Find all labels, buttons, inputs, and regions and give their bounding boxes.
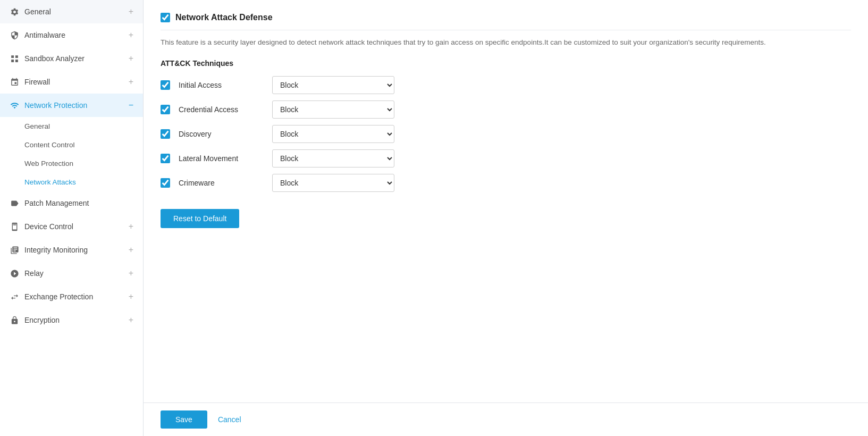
sidebar-item-patch-management[interactable]: Patch Management [0,191,143,215]
sidebar-item-antimalware[interactable]: Antimalware + [0,23,143,47]
sidebar-item-device-label: Device Control [24,222,73,231]
sidebar-item-exchange[interactable]: Exchange Protection + [0,285,143,308]
technique-action-select-lateral-movement[interactable]: BlockDetect OnlyDisabled [272,149,394,167]
sidebar-item-network-protection[interactable]: Network Protection − [0,94,143,117]
sidebar-subitem-general[interactable]: General [0,117,143,136]
sidebar-item-sandbox[interactable]: Sandbox Analyzer + [0,47,143,70]
sidebar: General + Antimalware + Sandbox Analyzer… [0,0,144,436]
technique-checkbox-lateral-movement[interactable] [161,154,170,163]
expand-icon: + [129,30,133,40]
gear-icon [10,7,19,16]
device-icon [10,222,19,231]
technique-action-select-discovery[interactable]: BlockDetect OnlyDisabled [272,125,394,143]
firewall-icon [10,77,19,87]
sidebar-item-general-label: General [24,7,51,16]
feature-title: Network Attack Defense [175,13,273,22]
technique-row: DiscoveryBlockDetect OnlyDisabled [161,125,851,143]
save-button[interactable]: Save [161,410,207,429]
sidebar-item-firewall[interactable]: Firewall + [0,70,143,94]
feature-description: This feature is a security layer designe… [161,37,851,48]
sidebar-item-relay-label: Relay [24,269,44,278]
technique-label-discovery: Discovery [179,130,264,138]
technique-checkbox-discovery[interactable] [161,129,170,139]
sidebar-subitem-network-attacks[interactable]: Network Attacks [0,173,143,191]
expand-icon: + [129,292,133,301]
main-content: Network Attack Defense This feature is a… [144,0,868,436]
exchange-icon [10,292,19,301]
relay-icon [10,269,19,278]
technique-label-initial-access: Initial Access [179,81,264,89]
technique-action-select-crimeware[interactable]: BlockDetect OnlyDisabled [272,174,394,192]
sidebar-item-integrity[interactable]: Integrity Monitoring + [0,238,143,262]
technique-action-select-credential-access[interactable]: BlockDetect OnlyDisabled [272,100,394,119]
technique-checkbox-credential-access[interactable] [161,105,170,114]
sidebar-item-encryption-label: Encryption [24,316,60,324]
integrity-icon [10,245,19,255]
sidebar-item-encryption[interactable]: Encryption + [0,308,143,332]
technique-checkbox-initial-access[interactable] [161,80,170,90]
technique-action-select-initial-access[interactable]: BlockDetect OnlyDisabled [272,76,394,94]
techniques-list: Initial AccessBlockDetect OnlyDisabledCr… [161,76,851,192]
expand-icon: + [129,77,133,87]
technique-label-crimeware: Crimeware [179,179,264,187]
reset-to-default-button[interactable]: Reset to Default [161,209,239,228]
footer: Save Cancel [144,403,868,436]
patch-icon [10,198,19,208]
technique-row: Lateral MovementBlockDetect OnlyDisabled [161,149,851,167]
sidebar-subitem-web-protection[interactable]: Web Protection [0,154,143,173]
shield-icon [10,30,19,40]
expand-icon: + [129,245,133,255]
sidebar-item-antimalware-label: Antimalware [24,31,65,39]
feature-enable-checkbox[interactable] [161,13,170,22]
feature-header: Network Attack Defense [161,13,851,30]
sidebar-item-relay[interactable]: Relay + [0,262,143,285]
sidebar-item-integrity-label: Integrity Monitoring [24,246,88,254]
technique-row: Credential AccessBlockDetect OnlyDisable… [161,100,851,119]
technique-label-lateral-movement: Lateral Movement [179,154,264,163]
technique-row: Initial AccessBlockDetect OnlyDisabled [161,76,851,94]
technique-label-credential-access: Credential Access [179,105,264,114]
cancel-button[interactable]: Cancel [218,415,241,424]
sidebar-item-patch-label: Patch Management [24,199,89,207]
sidebar-subitem-content-control[interactable]: Content Control [0,136,143,154]
collapse-icon: − [129,100,133,110]
sidebar-item-device-control[interactable]: Device Control + [0,215,143,238]
network-icon [10,100,19,110]
sidebar-item-network-protection-label: Network Protection [24,101,87,110]
encryption-icon [10,315,19,325]
sidebar-item-firewall-label: Firewall [24,78,50,86]
sidebar-item-general[interactable]: General + [0,0,143,23]
sidebar-item-exchange-label: Exchange Protection [24,292,93,301]
attck-section-title: ATT&CK Techniques [161,59,851,68]
expand-icon: + [129,54,133,63]
technique-row: CrimewareBlockDetect OnlyDisabled [161,174,851,192]
technique-checkbox-crimeware[interactable] [161,178,170,188]
sandbox-icon [10,54,19,63]
content-area: Network Attack Defense This feature is a… [144,0,868,403]
expand-icon: + [129,7,133,16]
expand-icon: + [129,315,133,325]
sidebar-item-sandbox-label: Sandbox Analyzer [24,54,85,63]
expand-icon: + [129,269,133,278]
expand-icon: + [129,222,133,231]
